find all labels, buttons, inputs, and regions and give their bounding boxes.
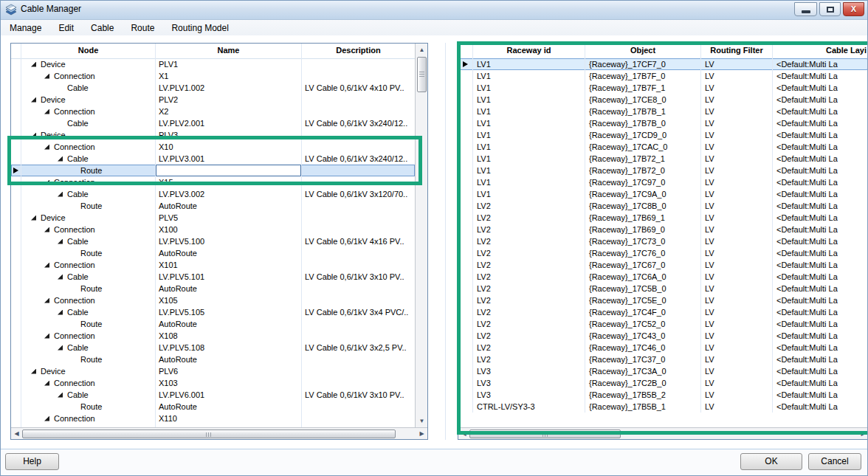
name-cell[interactable]: X108 [156,330,302,342]
name-edit-field[interactable] [156,165,301,176]
raceway-id-cell[interactable]: LV1 [473,58,585,70]
expand-icon[interactable] [58,239,63,244]
name-cell[interactable]: X100 [156,224,302,235]
object-cell[interactable]: {Raceway}_17C46_0 [585,342,701,353]
node-cell[interactable]: Cable [21,389,156,401]
raceway-row[interactable]: LV1{Raceway}_17CE8_0LV<Default:Multi La [458,94,868,106]
node-cell[interactable]: Route [21,247,156,259]
object-cell[interactable]: {Raceway}_17C4F_0 [585,306,701,318]
tree-row[interactable]: ConnectionX108 [11,330,415,342]
cable-layout-cell[interactable]: <Default:Multi La [773,129,868,141]
object-cell[interactable]: {Raceway}_17B72_0 [585,165,701,176]
raceway-row[interactable]: LV1{Raceway}_17B7B_1LV<Default:Multi La [458,106,868,117]
description-cell[interactable] [302,200,415,212]
object-cell[interactable]: {Raceway}_17C73_0 [585,235,701,247]
name-cell[interactable]: X10 [156,141,302,153]
routing-filter-cell[interactable]: LV [701,70,773,82]
name-cell[interactable]: X101 [156,259,302,271]
raceway-id-cell[interactable]: LV2 [473,212,585,224]
node-cell[interactable]: Device [21,94,156,106]
description-cell[interactable]: LV Cable 0,6/1kV 3x10 PV.. [302,389,415,401]
cable-layout-cell[interactable]: <Default:Multi La [773,200,868,212]
description-cell[interactable] [302,129,415,141]
scroll-left-icon[interactable]: ◀ [458,429,469,439]
object-cell[interactable]: {Raceway}_17B72_1 [585,153,701,165]
raceway-row[interactable]: LV1{Raceway}_17CD9_0LV<Default:Multi La [458,129,868,141]
scroll-left-icon[interactable]: ◀ [11,429,22,439]
routing-filter-cell[interactable]: LV [701,401,773,413]
name-cell[interactable]: AutoRoute [156,401,302,413]
node-cell[interactable]: Connection [21,141,156,153]
name-cell[interactable]: PLV1 [156,58,302,70]
name-cell[interactable]: PLV5 [156,212,302,224]
column-header-name[interactable]: Name [156,44,302,58]
column-header-object[interactable]: Object [585,44,701,58]
ok-button[interactable]: OK [740,453,802,470]
raceway-id-cell[interactable]: LV2 [473,235,585,247]
node-cell[interactable]: Device [21,58,156,70]
description-cell[interactable]: LV Cable 0,6/1kV 3x4 PVC/.. [302,306,415,318]
tree-row[interactable]: ConnectionX110 [11,413,415,424]
expand-icon[interactable] [44,180,49,185]
routing-filter-cell[interactable]: LV [701,365,773,377]
raceway-id-cell[interactable]: LV2 [473,294,585,306]
tree-row[interactable]: ConnectionX2 [11,106,415,117]
cable-layout-cell[interactable]: <Default:Multi La [773,153,868,165]
raceway-row[interactable]: CTRL-LV/SY3-3{Raceway}_17B5B_1LV<Default… [458,401,868,413]
tree-row[interactable]: DevicePLV6 [11,365,415,377]
object-cell[interactable]: {Raceway}_17C5E_0 [585,294,701,306]
raceway-row[interactable]: LV1{Raceway}_17B7F_0LV<Default:Multi La [458,70,868,82]
expand-icon[interactable] [31,215,36,221]
object-cell[interactable]: {Raceway}_17CD9_0 [585,129,701,141]
raceway-id-cell[interactable]: LV1 [473,165,585,176]
raceway-id-cell[interactable]: LV1 [473,117,585,129]
routing-filter-cell[interactable]: LV [701,283,773,294]
routing-filter-cell[interactable]: LV [701,176,773,188]
tree-row[interactable]: Route [11,165,415,176]
column-header-node[interactable]: Node [21,44,156,58]
raceway-row[interactable]: LV2{Raceway}_17C5E_0LV<Default:Multi La [458,294,868,306]
description-cell[interactable] [302,377,415,389]
tree-row[interactable]: CableLV.PLV2.001LV Cable 0,6/1kV 3x240/1… [11,117,415,129]
name-cell[interactable]: AutoRoute [156,318,302,330]
description-cell[interactable] [302,318,415,330]
tree-row[interactable]: CableLV.PLV1.002LV Cable 0,6/1kV 4x10 PV… [11,82,415,94]
column-header-raceway-id[interactable]: Raceway id [473,44,585,58]
raceway-row[interactable]: LV2{Raceway}_17C52_0LV<Default:Multi La [458,318,868,330]
expand-icon[interactable] [44,334,49,339]
description-cell[interactable] [302,283,415,294]
routing-filter-cell[interactable]: LV [701,188,773,200]
name-cell[interactable]: PLV2 [156,94,302,106]
cable-layout-cell[interactable]: <Default:Multi La [773,235,868,247]
node-cell[interactable]: Connection [21,106,156,117]
node-cell[interactable]: Cable [21,306,156,318]
routing-filter-cell[interactable]: LV [701,389,773,401]
raceway-id-cell[interactable]: LV3 [473,365,585,377]
node-cell[interactable]: Connection [21,176,156,188]
right-hscroll-thumb[interactable] [469,430,621,438]
node-cell[interactable]: Connection [21,377,156,389]
routing-filter-cell[interactable]: LV [701,58,773,70]
raceway-row[interactable]: LV1{Raceway}_17C9A_0LV<Default:Multi La [458,188,868,200]
object-cell[interactable]: {Raceway}_17B7B_0 [585,117,701,129]
raceway-row[interactable]: LV2{Raceway}_17C8B_0LV<Default:Multi La [458,200,868,212]
cable-layout-cell[interactable]: <Default:Multi La [773,188,868,200]
routing-filter-cell[interactable]: LV [701,141,773,153]
object-cell[interactable]: {Raceway}_17B7F_1 [585,82,701,94]
tree-row[interactable]: ConnectionX15 [11,176,415,188]
raceway-id-cell[interactable]: LV1 [473,129,585,141]
name-cell[interactable]: LV.PLV5.101 [156,271,302,283]
cable-layout-cell[interactable]: <Default:Multi La [773,330,868,342]
expand-icon[interactable] [58,345,63,351]
raceway-row[interactable]: LV2{Raceway}_17B69_0LV<Default:Multi La [458,224,868,235]
node-cell[interactable]: Device [21,365,156,377]
object-cell[interactable]: {Raceway}_17B5B_1 [585,401,701,413]
routing-filter-cell[interactable]: LV [701,318,773,330]
expand-icon[interactable] [44,416,49,421]
cable-layout-cell[interactable]: <Default:Multi La [773,377,868,389]
routing-filter-cell[interactable]: LV [701,247,773,259]
name-cell[interactable]: LV.PLV2.001 [156,117,302,129]
node-cell[interactable]: Cable [21,235,156,247]
node-cell[interactable]: Cable [21,153,156,165]
menu-item-routing-model[interactable]: Routing Model [165,21,235,35]
